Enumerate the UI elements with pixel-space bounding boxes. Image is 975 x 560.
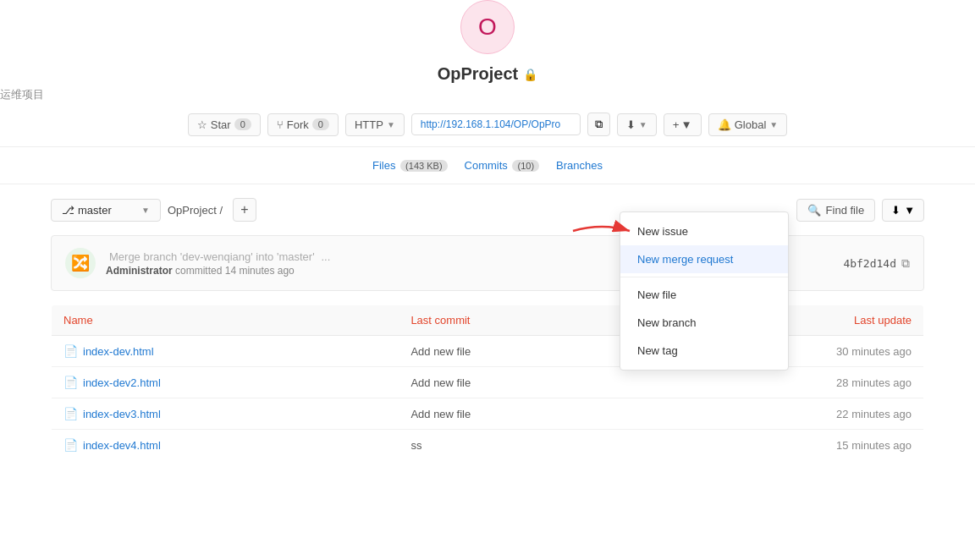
file-icon: 📄	[63, 344, 78, 358]
last-update-cell: 22 minutes ago	[639, 398, 924, 430]
notification-global-button[interactable]: 🔔 Global ▼	[708, 113, 787, 136]
file-name-cell: 📄 index-dev2.html	[52, 367, 399, 398]
toolbar-right: 🔍 Find file ⬇ ▼	[796, 199, 924, 222]
tab-branches[interactable]: Branches	[556, 156, 603, 175]
chevron-down-icon: ▼	[904, 204, 915, 217]
table-row: 📄 index-dev.html Add new file 30 minutes…	[52, 336, 924, 367]
chevron-down-icon: ▼	[141, 206, 150, 215]
dropdown-divider	[620, 277, 788, 277]
dropdown-menu: New issueNew merge requestNew fileNew br…	[620, 211, 789, 371]
last-update-cell: 28 minutes ago	[639, 367, 924, 398]
plus-icon: +	[673, 118, 680, 131]
last-commit-cell: Add new file	[399, 336, 638, 367]
avatar-circle: O	[460, 0, 515, 54]
fork-icon: ⑂	[277, 118, 284, 131]
file-icon: 📄	[63, 407, 78, 420]
commit-hash: 4bf2d14d ⧉	[843, 256, 910, 271]
dropdown-item[interactable]: New issue	[620, 217, 788, 245]
chevron-down-icon: ▼	[680, 118, 691, 131]
col-last-commit-header: Last commit	[399, 305, 638, 336]
last-commit-cell: Add new file	[399, 367, 638, 398]
download-archive-button[interactable]: ⬇ ▼	[617, 113, 657, 136]
search-icon: 🔍	[807, 204, 821, 217]
fork-button[interactable]: ⑂ Fork 0	[267, 113, 339, 136]
star-button[interactable]: ☆ Star 0	[188, 113, 261, 136]
file-link[interactable]: 📄 index-dev.html	[63, 344, 387, 358]
bell-icon: 🔔	[718, 118, 731, 131]
dropdown-item[interactable]: New file	[620, 281, 788, 309]
file-name-cell: 📄 index-dev4.html	[52, 430, 399, 461]
red-arrow-indicator	[569, 218, 636, 246]
repo-url-input[interactable]	[411, 113, 581, 135]
add-file-button[interactable]: +	[233, 198, 256, 222]
download-icon: ⬇	[891, 204, 901, 217]
dropdown-item[interactable]: New merge request	[620, 245, 788, 273]
copy-url-button[interactable]: ⧉	[587, 113, 610, 136]
chevron-down-icon: ▼	[639, 120, 647, 129]
last-commit-cell: Add new file	[399, 398, 638, 430]
file-icon: 📄	[63, 438, 78, 452]
dropdown-item[interactable]: New branch	[620, 309, 788, 337]
create-new-button[interactable]: + ▼	[664, 113, 702, 136]
tab-files[interactable]: Files (143 KB)	[372, 156, 448, 175]
col-name-header: Name	[52, 305, 399, 336]
branch-icon: ⎇	[62, 204, 74, 217]
nav-tabs: Files (143 KB) Commits (10) Branches	[0, 147, 975, 184]
copy-hash-button[interactable]: ⧉	[901, 256, 910, 271]
file-table: Name Last commit Last update 📄 index-dev…	[51, 305, 924, 461]
download-button[interactable]: ⬇ ▼	[882, 199, 924, 222]
star-icon: ☆	[197, 118, 207, 131]
file-link[interactable]: 📄 index-dev2.html	[63, 376, 387, 389]
http-dropdown-button[interactable]: HTTP ▼	[345, 113, 405, 136]
file-name-cell: 📄 index-dev3.html	[52, 398, 399, 430]
table-row: 📄 index-dev2.html Add new file 28 minute…	[52, 367, 924, 398]
file-link[interactable]: 📄 index-dev4.html	[63, 438, 387, 452]
chevron-down-icon: ▼	[769, 120, 778, 129]
dropdown-item[interactable]: New tag	[620, 337, 788, 365]
main-content: ⎇ master ▼ OpProject / + 🔍 Find file ⬇ ▼…	[0, 184, 975, 475]
header-area: O OpProject 🔒 运维项目	[0, 0, 975, 102]
last-commit-cell: ss	[399, 430, 638, 461]
breadcrumb: OpProject /	[168, 204, 223, 217]
lock-icon: 🔒	[523, 68, 537, 81]
tab-commits[interactable]: Commits (10)	[465, 156, 540, 175]
action-bar: ☆ Star 0 ⑂ Fork 0 HTTP ▼ ⧉ ⬇ ▼ + ▼ 🔔 Glo…	[0, 102, 975, 147]
table-row: 📄 index-dev4.html ss 15 minutes ago	[52, 430, 924, 461]
project-subtitle: 运维项目	[0, 87, 975, 102]
repo-toolbar: ⎇ master ▼ OpProject / + 🔍 Find file ⬇ ▼	[51, 198, 924, 222]
file-link[interactable]: 📄 index-dev3.html	[63, 407, 387, 420]
file-icon: 📄	[63, 376, 78, 389]
table-row: 📄 index-dev3.html Add new file 22 minute…	[52, 398, 924, 430]
download-icon: ⬇	[626, 118, 636, 131]
copy-icon: ⧉	[595, 118, 603, 130]
project-title: OpProject 🔒	[0, 64, 975, 84]
commit-info-box: 🔀 Merge branch 'dev-wenqiang' into 'mast…	[51, 235, 924, 291]
find-file-button[interactable]: 🔍 Find file	[796, 199, 876, 222]
last-update-cell: 15 minutes ago	[639, 430, 924, 461]
chevron-down-icon: ▼	[387, 120, 395, 129]
commit-avatar: 🔀	[65, 248, 96, 278]
file-name-cell: 📄 index-dev.html	[52, 336, 399, 367]
branch-selector[interactable]: ⎇ master ▼	[51, 199, 161, 222]
